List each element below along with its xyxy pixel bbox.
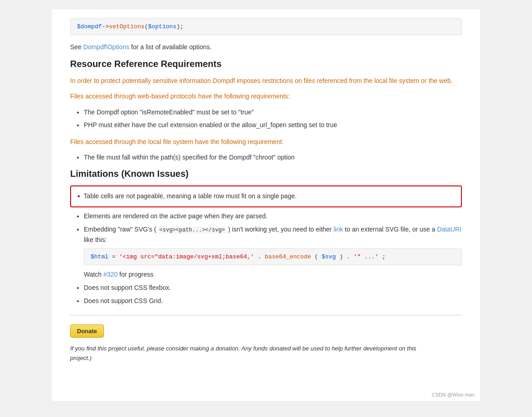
svg-code-inline: <svg><path...></svg>: [158, 227, 226, 234]
orange-text-1: In order to protect potentially sensitiv…: [70, 76, 462, 86]
page-container: $dompdf->setOptions($options); See Dompd…: [52, 9, 480, 401]
see-line: See Dompdf\Options for a list of availab…: [70, 43, 462, 51]
highlighted-box: • Table cells are not pageable, meaning …: [70, 185, 462, 207]
no-grid-item: Does not support CSS Grid.: [84, 296, 462, 306]
svg-code-block: $html = '<img src="data:image/svg+xml;ba…: [84, 248, 462, 265]
issue-320-link[interactable]: #320: [103, 271, 118, 278]
web-req-item-1: The Dompdf option "isRemoteEnabled" must…: [84, 107, 462, 117]
code-plain: ->: [102, 23, 109, 30]
orange-text-3: Files accessed through the local file sy…: [70, 137, 462, 147]
code-block-top: $dompdf->setOptions($options);: [70, 18, 462, 35]
highlighted-item-text: Table cells are not pageable, meaning a …: [84, 191, 297, 201]
html-var: $html: [91, 253, 108, 260]
no-flexbox-item: Does not support CSS flexbox.: [84, 283, 462, 293]
datauri-link[interactable]: DataURI: [437, 226, 461, 233]
base64-func: base64_encode: [265, 253, 311, 260]
divider: [70, 315, 462, 315]
local-req-item-1: The file must fall within the path(s) sp…: [84, 152, 462, 162]
web-req-item-2: PHP must either have the curl extension …: [84, 120, 462, 130]
orange-text-2: Files accessed through web-based protoco…: [70, 91, 462, 101]
string-part2: '" ...': [353, 253, 379, 260]
code-paren-close: );: [176, 23, 184, 30]
web-requirements-list: The Dompdf option "isRemoteEnabled" must…: [84, 107, 462, 130]
bullet-dot: •: [77, 191, 80, 202]
watch-line: Watch #320 for progress: [84, 271, 462, 278]
donate-button[interactable]: Donate: [70, 324, 104, 338]
link-to-external[interactable]: link: [333, 226, 343, 233]
resource-heading: Resource Reference Requirements: [70, 59, 462, 69]
code-paren: (: [144, 23, 148, 30]
svg-var: $svg: [322, 253, 336, 260]
code-method: setOptions: [109, 23, 144, 30]
limitations-list: Elements are rendered on the active page…: [84, 211, 462, 245]
code-variable: $dompdf: [77, 23, 102, 30]
extra-limitations-list: Does not support CSS flexbox. Does not s…: [84, 283, 462, 306]
code-options-var: $options: [148, 23, 176, 30]
string-part1: '<img src="data:image/svg+xml;base64,': [119, 253, 254, 260]
limitations-item-2: Embedding "raw" SVG's ( <svg><path...></…: [84, 224, 462, 245]
dompdf-options-link[interactable]: Dompdf\Options: [83, 43, 129, 51]
donate-caption: If you find this project useful, please …: [70, 344, 416, 363]
limitations-heading: Limitations (Known Issues): [70, 169, 462, 179]
local-requirements-list: The file must fall within the path(s) sp…: [84, 152, 462, 162]
limitations-item-1: Elements are rendered on the active page…: [84, 211, 462, 221]
watermark: CSDN @Wise man: [432, 392, 475, 397]
